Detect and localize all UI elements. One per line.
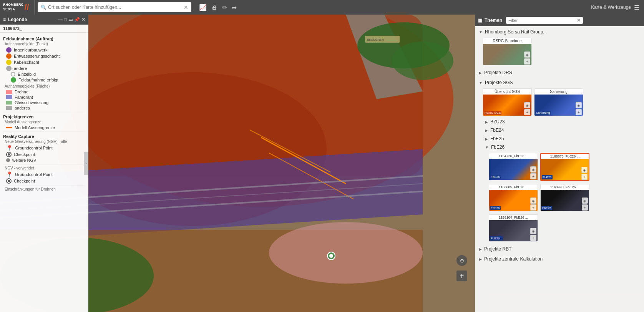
search-input[interactable] [48, 5, 184, 10]
theme-card-uebersicht-sgs[interactable]: Übersicht SGS ◈ + ↗ RSRG SGS [483, 88, 532, 116]
bzu23-header[interactable]: ▶ BZU23 [483, 118, 642, 126]
legend-item-feldaufnahme: Feldaufnahme erfolgt [3, 77, 85, 83]
legend-item-modell-aussengrenze: Modell Aussengrenze [3, 125, 85, 130]
legend-map-title: 1166673_ [0, 25, 88, 33]
legend-minimize-icon[interactable]: — [58, 17, 63, 22]
svg-point-16 [269, 222, 423, 284]
legend-item-fahrdraht: Fahrdraht [3, 95, 85, 100]
sanierung-add-btn[interactable]: + [576, 109, 582, 115]
theme-card-rsrg-standorte[interactable]: RSRG Standorte ◈ + ↗ [483, 38, 532, 65]
chevron-right-icon: ▶ [479, 71, 482, 75]
legend-content[interactable]: Feldaufnahmen (Auftrag) Aufnahmeobjekte … [0, 33, 88, 312]
legend-header: ≡ Legende — □ ▭ 📌 ✕ [0, 15, 88, 25]
theme-card-1163993[interactable]: 1163993_FbE26 ... ◈ + ↗ FbE26 [540, 184, 589, 211]
anderes-icon [6, 106, 12, 110]
search-bar[interactable]: 🔍 ✕ [38, 2, 191, 12]
feldaufnahme-label: Feldaufnahme erfolgt [18, 78, 58, 82]
uebersicht-sgs-layer-btn[interactable]: ◈ [524, 102, 530, 108]
fahrdraht-icon [6, 95, 12, 99]
themes-content[interactable]: ▼ Rhomberg Sersa Rail Group... RSRG Stan… [475, 26, 644, 312]
themes-filter-clear-icon[interactable]: ✕ [577, 18, 581, 23]
chevron-down-icon: ▼ [479, 30, 483, 34]
1154726-add-btn[interactable]: + [530, 173, 536, 179]
logo-slash: // [25, 2, 29, 12]
gleisschweissung-icon [6, 101, 12, 105]
sanierung-title: Sanierung [534, 89, 583, 95]
checkpoint1-label: Checkpoint [14, 152, 35, 157]
theme-card-sanierung[interactable]: Sanierung ◈ + ↗ Sanierung [534, 88, 583, 116]
legend-panel: ≡ Legende — □ ▭ 📌 ✕ 1166673_ Feldaufnahm… [0, 15, 88, 312]
fbe25-header[interactable]: ▶ FbE25 [483, 134, 642, 143]
sanierung-controls: ◈ + ↗ [576, 102, 582, 116]
legend-item-checkpoint2: Checkpoint [3, 178, 85, 184]
1158104-controls: ◈ + ↗ [530, 228, 536, 241]
rsrg-standorte-layer-btn[interactable]: ◈ [524, 51, 530, 58]
karte-werkzeuge-button[interactable]: Karte & Werkzeuge [591, 5, 631, 10]
theme-card-1166685[interactable]: 1166685_FbE26 ... ◈ + ↗ FbE26 [489, 184, 538, 211]
chevron-right-fbe25-icon: ▶ [485, 137, 488, 141]
location-button[interactable]: ⊕ [456, 255, 467, 266]
1166685-controls: ◈ + ↗ [530, 197, 536, 211]
legend-pin-icon[interactable]: 📌 [74, 17, 80, 22]
andere-label: andere [14, 66, 27, 71]
legend-item-andere: andere [3, 66, 85, 71]
rsrg-standorte-add-btn[interactable]: + [524, 58, 530, 65]
uebersicht-sgs-thumb: ◈ + ↗ RSRG SGS [483, 95, 531, 116]
weitere-ngv-icon [6, 158, 10, 162]
sanierung-label: Sanierung [535, 111, 551, 115]
1154726-layer-btn[interactable]: ◈ [530, 166, 536, 173]
search-icon: 🔍 [41, 5, 46, 10]
legend-maximize-icon[interactable]: ▭ [68, 17, 73, 22]
1163993-layer-btn[interactable]: ◈ [582, 197, 588, 204]
drohne-label: Drohne [15, 90, 28, 94]
1163993-label: FbE26 [541, 206, 552, 210]
fahrdraht-label: Fahrdraht [15, 95, 33, 100]
hamburger-menu-icon[interactable]: ☰ [634, 4, 639, 11]
share-icon[interactable]: ➦ [232, 4, 237, 11]
sanierung-layer-btn[interactable]: ◈ [576, 102, 582, 108]
theme-group-kalkulation-header[interactable]: ▶ Projekte zentrale Kalkulation [476, 255, 642, 263]
1158104-add-btn[interactable]: + [530, 235, 536, 241]
map-area[interactable]: BESUCHER ≡ Legende — □ ▭ 📌 ✕ 1166673_ Fe… [0, 15, 644, 312]
fbe26-header[interactable]: ▼ FbE26 [483, 143, 642, 151]
legend-restore-icon[interactable]: □ [64, 17, 67, 22]
theme-group-rhomberg-header[interactable]: ▼ Rhomberg Sersa Rail Group... [476, 28, 642, 36]
theme-card-1154726[interactable]: 1154726_FbE26 ... ◈ + ↗ FbE26 [489, 153, 538, 181]
theme-card-1158104[interactable]: 1158104_FbE26 ... ◈ + ↗ FbE26... [489, 214, 538, 242]
kalkulation-group-title: Projekte zentrale Kalkulation [484, 256, 543, 262]
1158104-layer-btn[interactable]: ◈ [530, 228, 536, 234]
1166673-add-btn[interactable]: + [581, 174, 588, 180]
fbe24-header[interactable]: ▶ FbE24 [483, 126, 642, 134]
themes-filter-input[interactable] [508, 18, 577, 23]
edit-icon[interactable]: ✏ [222, 4, 227, 11]
theme-group-rbt-header[interactable]: ▶ Projekte RBT [476, 245, 642, 253]
uebersicht-sgs-add-btn[interactable]: + [524, 109, 530, 115]
print-icon[interactable]: 🖨 [211, 4, 217, 11]
rsrg-cards: RSRG Standorte ◈ + ↗ [476, 36, 642, 67]
1166685-layer-btn[interactable]: ◈ [530, 197, 536, 204]
search-clear-icon[interactable]: ✕ [184, 4, 188, 10]
theme-group-sgs-header[interactable]: ▼ Projekte SGS [476, 78, 642, 87]
zoom-plus-button[interactable]: + [456, 271, 467, 281]
themes-filter[interactable]: ✕ [506, 17, 583, 24]
anderes-label: anderes [15, 106, 30, 110]
legend-item-checkpoint1: Checkpoint [3, 152, 85, 157]
legend-scroll-right[interactable]: › [84, 152, 88, 175]
1163993-add-btn[interactable]: + [582, 204, 588, 211]
sanierung-thumb: ◈ + ↗ Sanierung [534, 95, 583, 116]
gleisschweissung-label: Gleisschweissung [15, 100, 48, 105]
entwaesserung-icon [6, 53, 12, 59]
einzelbild-icon [11, 72, 15, 76]
checkpoint1-dot-icon [6, 152, 12, 157]
gcp1-label: Groundcontrol Point [15, 146, 53, 150]
legend-subsection-punkt: Aufnahmeobjekte (Punkt) [3, 42, 85, 46]
1166685-add-btn[interactable]: + [530, 204, 536, 211]
chevron-down-sgs-icon: ▼ [479, 81, 483, 85]
legend-close-icon[interactable]: ✕ [81, 17, 85, 22]
graph-icon[interactable]: 📈 [199, 4, 207, 11]
theme-group-drs-header[interactable]: ▶ Projekte DRS [476, 68, 642, 77]
sgs-group-title: Projekte SGS [485, 80, 513, 85]
svg-text:BESUCHER: BESUCHER [367, 38, 384, 41]
1166673-layer-btn[interactable]: ◈ [581, 167, 588, 173]
theme-card-1166673[interactable]: 1166673_FbE26 ... ◈ + ↗ FbE26 [540, 153, 589, 181]
